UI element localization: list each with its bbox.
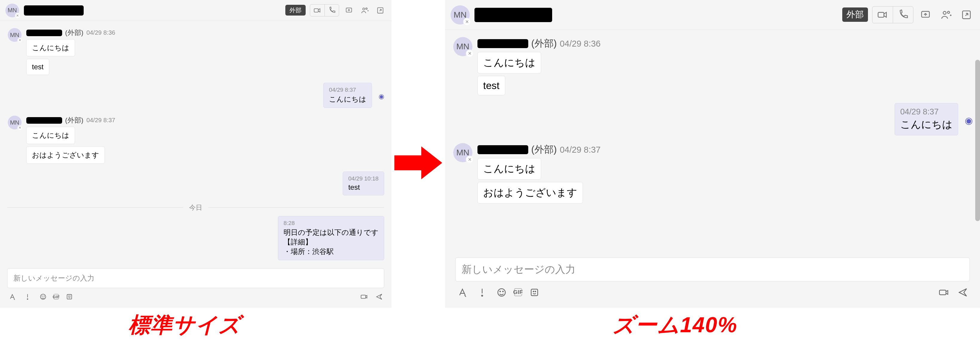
popout-button[interactable]: [958, 6, 975, 23]
timestamp: 04/29 8:37: [900, 107, 953, 116]
svg-point-10: [68, 296, 69, 297]
svg-point-3: [366, 8, 367, 9]
priority-button[interactable]: [475, 285, 489, 300]
gif-button[interactable]: GIF: [514, 289, 522, 296]
attach-button[interactable]: [359, 292, 369, 302]
svg-point-24: [535, 291, 536, 292]
svg-rect-13: [878, 12, 884, 17]
avatar[interactable]: MN✕: [453, 37, 473, 56]
composer-area: 新しいメッセージの入力 GIF: [445, 254, 980, 308]
header-actions: 外部: [285, 4, 386, 16]
message-bubble[interactable]: こんにちは: [477, 158, 541, 180]
timestamp: 04/29 8:36: [560, 39, 601, 49]
message-bubble[interactable]: 04/29 10:18test: [343, 172, 384, 195]
scrollbar-thumb[interactable]: [975, 60, 980, 221]
message-list: MN✕(外部)04/29 8:36こんにちはtest04/29 8:37こんにち…: [0, 21, 391, 265]
share-screen-button[interactable]: [343, 5, 355, 16]
priority-button[interactable]: [23, 292, 33, 302]
timestamp: 04/29 8:37: [329, 87, 366, 93]
svg-point-20: [500, 291, 500, 292]
add-people-button[interactable]: [359, 5, 370, 16]
timestamp: 04/29 8:36: [86, 29, 115, 36]
call-button-group: [872, 6, 913, 23]
svg-point-2: [363, 8, 365, 10]
message-bubble[interactable]: test: [477, 76, 505, 95]
gif-button[interactable]: GIF: [54, 294, 59, 300]
avatar[interactable]: MN ✕: [5, 3, 19, 18]
message-bubble[interactable]: 04/29 8:37こんにちは: [323, 83, 372, 108]
message-input[interactable]: 新しいメッセージの入力: [7, 268, 384, 288]
sticker-button[interactable]: [64, 292, 75, 302]
timestamp: 04/29 8:37: [560, 145, 601, 155]
day-separator: 今日: [7, 203, 384, 212]
share-screen-button[interactable]: [918, 6, 934, 23]
avatar[interactable]: MN ✕: [450, 5, 470, 24]
call-button-group: [310, 4, 339, 16]
message-row-other: MN✕(外部)04/29 8:36こんにちはtest: [7, 28, 384, 77]
message-bubble[interactable]: こんにちは: [26, 39, 75, 56]
message-bubble[interactable]: おはようございます: [477, 182, 583, 204]
sticker-button[interactable]: [527, 285, 542, 300]
contact-name-redacted: [474, 8, 552, 22]
presence-icon: ✕: [18, 125, 23, 131]
video-call-button[interactable]: [310, 5, 325, 16]
message-list: MN✕(外部)04/29 8:36こんにちはtest04/29 8:37こんにち…: [445, 30, 980, 254]
message-meta: (外部)04/29 8:37: [477, 143, 601, 156]
sender-name-redacted: [26, 117, 62, 124]
message-bubble[interactable]: 04/29 8:37こんにちは: [894, 103, 958, 136]
message-bubble[interactable]: 8:28明日の予定は以下の通りです【詳細】・場所：渋谷駅: [278, 216, 384, 260]
audio-call-button[interactable]: [325, 5, 339, 16]
format-button[interactable]: [7, 292, 18, 302]
message-bubble[interactable]: こんにちは: [26, 127, 75, 144]
timestamp: 8:28: [283, 220, 379, 226]
composer-toolbar: GIF: [455, 285, 970, 300]
external-label: (外部): [531, 143, 557, 156]
composer-area: 新しいメッセージの入力 GIF: [0, 265, 391, 308]
composer-toolbar: GIF: [7, 292, 384, 302]
message-input[interactable]: 新しいメッセージの入力: [455, 258, 970, 281]
send-button[interactable]: [374, 292, 384, 302]
contact-name-redacted: [24, 5, 84, 16]
svg-point-23: [533, 291, 534, 292]
format-button[interactable]: [455, 285, 470, 300]
video-call-button[interactable]: [872, 6, 893, 23]
seen-icon: ◉: [965, 115, 973, 126]
chat-panel-standard: MN ✕ 外部 MN✕(外部)04/29 8:36こんにちはtest04/29 …: [0, 0, 391, 308]
avatar-initials: MN: [8, 7, 17, 14]
message-bubble[interactable]: おはようございます: [26, 147, 105, 164]
arrow-annotation: [395, 147, 442, 179]
svg-rect-22: [531, 289, 538, 295]
message-row-self: 8:28明日の予定は以下の通りです【詳細】・場所：渋谷駅: [7, 216, 384, 263]
presence-icon: ✕: [466, 49, 474, 57]
svg-rect-25: [939, 290, 946, 295]
message-row-other: MN✕(外部)04/29 8:37こんにちはおはようございます: [7, 116, 384, 166]
audio-call-button[interactable]: [893, 6, 913, 23]
svg-point-11: [70, 296, 70, 297]
chat-panel-zoomed: MN ✕ 外部 MN✕(外部)04/29 8:36こんにちはtest04/29 …: [445, 0, 980, 308]
svg-point-5: [27, 299, 28, 300]
external-badge: 外部: [285, 5, 305, 16]
message-row-self: 04/29 8:37こんにちは◉: [7, 83, 384, 110]
external-label: (外部): [65, 116, 83, 125]
avatar[interactable]: MN✕: [453, 143, 473, 162]
attach-button[interactable]: [936, 285, 950, 300]
svg-point-16: [947, 11, 950, 13]
emoji-button[interactable]: [495, 285, 509, 300]
message-meta: (外部)04/29 8:37: [26, 116, 115, 125]
external-label: (外部): [531, 37, 557, 50]
sender-name-redacted: [477, 39, 528, 48]
message-bubble[interactable]: こんにちは: [477, 52, 541, 73]
svg-point-18: [482, 295, 483, 296]
message-meta: (外部)04/29 8:36: [477, 37, 601, 50]
emoji-button[interactable]: [38, 292, 48, 302]
avatar[interactable]: MN✕: [8, 28, 22, 42]
caption-standard: 標準サイズ: [129, 311, 241, 340]
send-button[interactable]: [956, 285, 970, 300]
popout-button[interactable]: [375, 5, 386, 16]
presence-icon: ✕: [463, 18, 471, 26]
add-people-button[interactable]: [938, 6, 954, 23]
avatar[interactable]: MN✕: [8, 116, 22, 129]
message-bubble[interactable]: test: [26, 59, 49, 75]
sender-name-redacted: [26, 30, 62, 36]
message-row-other: MN✕(外部)04/29 8:36こんにちはtest: [452, 37, 973, 98]
